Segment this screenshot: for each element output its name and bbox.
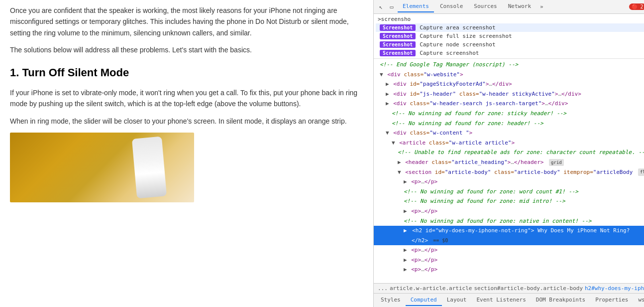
expand-arrow-13[interactable]: ▶ bbox=[404, 266, 407, 273]
tab-properties[interactable]: Properties bbox=[590, 295, 633, 306]
tab-styles[interactable]: Styles bbox=[376, 295, 406, 306]
dom-line-p-4[interactable]: ▶ <p>…</p> bbox=[374, 255, 644, 265]
desc-2: Capture node screenshot bbox=[420, 41, 495, 48]
expand-arrow-2[interactable]: ▶ bbox=[386, 81, 389, 87]
tab-network[interactable]: Network bbox=[503, 1, 536, 12]
dom-line-article[interactable]: ▼ <article class="w-article article"> bbox=[374, 138, 644, 148]
dom-line-comment-midintro[interactable]: <!-- No winning ad found for zone: mid i… bbox=[374, 196, 644, 206]
expand-arrow-12[interactable]: ▶ bbox=[404, 257, 407, 263]
device-icon[interactable]: ▭ bbox=[387, 2, 397, 12]
devtools-bottom-tabs: Styles Computed Layout Event Listeners D… bbox=[374, 293, 644, 307]
expand-arrow-8[interactable]: ▼ bbox=[398, 169, 401, 175]
dom-line-p-1[interactable]: ▶ <p>…</p> bbox=[374, 177, 644, 187]
dom-line-h2-close[interactable]: </h2> == $0 bbox=[374, 236, 644, 246]
expand-arrow-5[interactable]: ▼ bbox=[386, 130, 389, 136]
desc-1: Capture full size screenshot bbox=[420, 33, 512, 39]
tab-event-listeners[interactable]: Event Listeners bbox=[471, 295, 531, 306]
breadcrumb-h2[interactable]: h2#why-does-my-iphone-not-ring bbox=[585, 285, 644, 292]
devtools-toolbar: ↖ ▭ Elements Console Sources Network » 🔴… bbox=[374, 0, 644, 14]
expand-arrow-10[interactable]: ▶ bbox=[404, 208, 407, 214]
badge-0: Screenshot bbox=[380, 24, 416, 31]
dom-line-comment-wordcount[interactable]: <!-- No winning ad found for zone: word … bbox=[374, 187, 644, 197]
badge-2: Screenshot bbox=[380, 41, 416, 48]
paragraph-2: The solutions below will address all the… bbox=[10, 44, 363, 55]
dom-line-comment-header[interactable]: <!-- No winning ad found for zone: heade… bbox=[374, 119, 644, 129]
expand-arrow-3[interactable]: ▶ bbox=[386, 91, 389, 97]
dom-line-p-5[interactable]: ▶ <p>…</p> bbox=[374, 265, 644, 275]
search-area: >screensho Screenshot Capture area scree… bbox=[374, 14, 644, 59]
dom-line-comment-nativecontent[interactable]: <!-- No winning ad found for zone: nativ… bbox=[374, 216, 644, 226]
autocomplete-item-2[interactable]: Screenshot Capture node screenshot bbox=[376, 40, 644, 49]
article-image bbox=[10, 133, 194, 202]
tab-console[interactable]: Console bbox=[435, 1, 468, 12]
dom-line-div-wcontent[interactable]: ▼ <div class="w-content "> bbox=[374, 128, 644, 138]
dom-line-p-2[interactable]: ▶ <p>…</p> bbox=[374, 206, 644, 216]
devtools-pane: ↖ ▭ Elements Console Sources Network » 🔴… bbox=[373, 0, 644, 307]
badge-3: Screenshot bbox=[380, 50, 416, 56]
breadcrumb-ellipsis[interactable]: ... bbox=[378, 285, 388, 292]
more-tabs-icon[interactable]: » bbox=[537, 1, 546, 12]
paragraph-4: When in ring mode, the slider will be cl… bbox=[10, 116, 363, 127]
tab-computed[interactable]: Computed bbox=[406, 295, 442, 306]
dom-line-section-articlebody[interactable]: ▼ <section id="article-body" class="arti… bbox=[374, 167, 644, 177]
tab-wsxdn[interactable]: wsxdn. bbox=[633, 295, 644, 306]
expand-arrow-7[interactable]: ▶ bbox=[398, 159, 401, 165]
expand-arrow-11[interactable]: ▶ bbox=[404, 247, 407, 253]
dom-line-div-headersearch[interactable]: ▶ <div class="w-header-search js-search-… bbox=[374, 99, 644, 109]
tab-layout[interactable]: Layout bbox=[442, 295, 472, 306]
expand-arrow[interactable]: ▼ bbox=[380, 71, 383, 78]
breadcrumb-section[interactable]: section#article-body.article-body bbox=[474, 285, 583, 292]
content-pane: Once you are confident that the speaker … bbox=[0, 0, 373, 307]
dom-line-div-jsheader[interactable]: ▶ <div id="js-header" class="w-header st… bbox=[374, 89, 644, 99]
dom-line-comment-gtm[interactable]: <!-- End Google Tag Manager (noscript) -… bbox=[374, 60, 644, 70]
dom-line-header-heading[interactable]: ▶ <header class="article_heading">…</hea… bbox=[374, 157, 644, 167]
desc-3: Capture screenshot bbox=[420, 50, 479, 56]
cursor-icon[interactable]: ↖ bbox=[376, 2, 386, 12]
dom-line-comment-sticky[interactable]: <!-- No winning ad found for zone: stick… bbox=[374, 109, 644, 119]
tab-elements[interactable]: Elements bbox=[398, 1, 434, 12]
expand-arrow-9[interactable]: ▶ bbox=[404, 178, 407, 185]
autocomplete-item-3[interactable]: Screenshot Capture screenshot bbox=[376, 49, 644, 57]
flex-badge: flex bbox=[638, 168, 644, 175]
dom-line-comment-repeatable[interactable]: <!-- Unable to find repeatable ads for z… bbox=[374, 148, 644, 157]
dom-line-p-3[interactable]: ▶ <p>…</p> bbox=[374, 245, 644, 255]
devtools-breadcrumb: ... article.w-article.article section#ar… bbox=[374, 283, 644, 293]
breadcrumb-article[interactable]: article.w-article.article bbox=[390, 285, 472, 292]
heading-1: 1. Turn Off Silent Mode bbox=[10, 64, 363, 81]
dom-line-div-footerad[interactable]: ▶ <div id="pageStickyFooterAd">…</div> bbox=[374, 79, 644, 89]
dom-line-div-wwebsite[interactable]: ▼ <div class="w-website"> bbox=[374, 70, 644, 80]
expand-arrow-4[interactable]: ▶ bbox=[386, 100, 389, 107]
dom-line-h2-highlighted[interactable]: ▶ <h2 id="why-does-my-iphone-not-ring"> … bbox=[374, 226, 644, 236]
search-input-row: >screensho bbox=[376, 15, 644, 23]
error-badge: 🔴 2 bbox=[629, 3, 644, 10]
expand-arrow-6[interactable]: ▼ bbox=[392, 140, 395, 146]
tab-dom-breakpoints[interactable]: DOM Breakpoints bbox=[531, 295, 590, 306]
desc-0: Capture area screenshot bbox=[420, 24, 495, 31]
paragraph-1: Once you are confident that the speaker … bbox=[10, 5, 363, 38]
search-query[interactable]: >screensho bbox=[378, 16, 644, 22]
tab-sources[interactable]: Sources bbox=[469, 1, 502, 12]
dom-tree: <!-- End Google Tag Manager (noscript) -… bbox=[374, 59, 644, 283]
grid-badge: grid bbox=[549, 159, 564, 166]
autocomplete-item-0[interactable]: Screenshot Capture area screenshot bbox=[376, 23, 644, 32]
autocomplete-item-1[interactable]: Screenshot Capture full size screenshot bbox=[376, 32, 644, 40]
paragraph-3: If your iPhone is set to vibrate-only mo… bbox=[10, 87, 363, 110]
badge-1: Screenshot bbox=[380, 33, 416, 39]
autocomplete-dropdown: Screenshot Capture area screenshot Scree… bbox=[376, 23, 644, 57]
toolbar-right: 🔴 2 ⚑ 1 ⚙ ⋮ bbox=[629, 2, 644, 12]
